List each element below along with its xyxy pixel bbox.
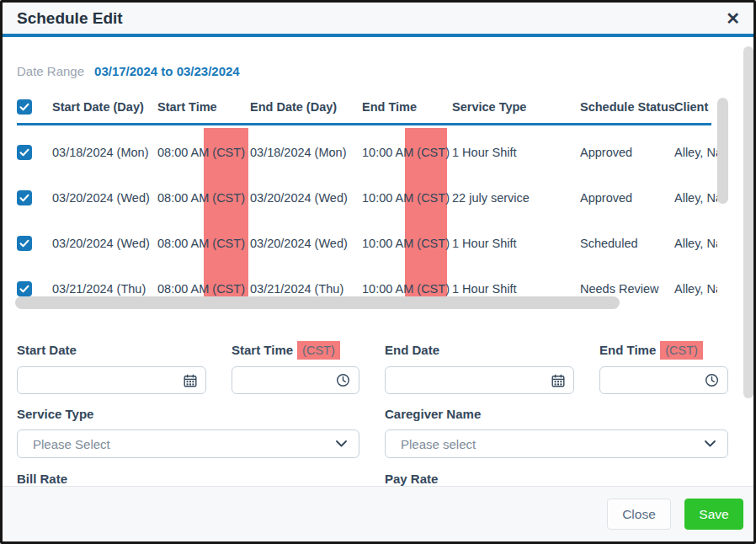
chevron-down-icon — [336, 440, 347, 447]
cell-start-time: 08:00 AM (CST) — [157, 191, 250, 205]
cell-client: Alley, Nat — [674, 282, 717, 296]
row-checkbox[interactable] — [17, 145, 32, 160]
cell-client: Alley, Nat — [674, 146, 717, 159]
header-accent-line — [3, 34, 753, 37]
col-header-client: Client — [674, 100, 717, 114]
cst-tag: (CST) — [212, 191, 245, 205]
schedule-edit-modal: Schedule Edit ✕ Date Range03/17/2024 to … — [0, 0, 756, 544]
cell-client: Alley, Nat — [674, 191, 717, 205]
cell-start-date: 03/20/2024 (Wed) — [52, 237, 157, 250]
row-checkbox[interactable] — [17, 281, 32, 296]
col-header-start-date: Start Date (Day) — [52, 100, 157, 114]
service-type-selected-value: Please Select — [33, 437, 110, 451]
cell-start-time: 08:00 AM (CST) — [157, 282, 250, 296]
start-time-cst-highlight: (CST) — [297, 341, 340, 360]
col-header-service-type: Service Type — [452, 100, 580, 114]
cell-end-date: 03/20/2024 (Wed) — [250, 191, 362, 205]
caregiver-name-select[interactable]: Please select — [385, 429, 728, 458]
cst-tag: (CST) — [417, 191, 450, 205]
cst-tag: (CST) — [212, 282, 245, 296]
start-date-label: Start Date — [17, 343, 77, 357]
table-header-row: Start Date (Day) Start Time End Date (Da… — [17, 93, 717, 120]
checkmark-icon — [19, 194, 29, 202]
cell-start-time: 08:00 AM (CST) — [157, 146, 250, 159]
cst-tag: (CST) — [212, 237, 245, 250]
checkmark-icon — [19, 103, 29, 111]
cell-service-type: 22 july service — [452, 191, 580, 205]
col-header-end-time: End Time — [362, 100, 452, 114]
calendar-icon[interactable] — [184, 374, 197, 387]
cell-end-time: 10:00 AM (CST) — [362, 237, 452, 250]
row-checkbox[interactable] — [17, 190, 32, 205]
cell-client: Alley, Nat — [674, 237, 717, 250]
checkmark-icon — [19, 285, 29, 293]
cell-end-time: 10:00 AM (CST) — [362, 146, 452, 159]
chevron-down-icon — [705, 440, 716, 447]
table-row: 03/18/2024 (Mon) 08:00 AM (CST) 03/18/20… — [17, 135, 717, 170]
cell-end-time: 10:00 AM (CST) — [362, 191, 452, 205]
end-time-input[interactable] — [599, 366, 728, 394]
clock-icon[interactable] — [336, 373, 350, 387]
table-row: 03/20/2024 (Wed) 08:00 AM (CST) 03/20/20… — [17, 226, 717, 261]
cell-service-type: 1 Hour Shift — [452, 237, 580, 250]
caregiver-name-label: Caregiver Name — [385, 407, 481, 421]
cell-service-type: 1 Hour Shift — [452, 282, 580, 296]
cell-start-date: 03/21/2024 (Thu) — [52, 282, 157, 296]
modal-title: Schedule Edit — [17, 9, 123, 28]
service-type-label: Service Type — [17, 407, 93, 421]
end-date-label: End Date — [385, 343, 439, 357]
cell-start-date: 03/20/2024 (Wed) — [52, 191, 157, 205]
start-time-input[interactable] — [232, 366, 359, 394]
table-header-underline — [17, 123, 711, 125]
date-range-value: 03/17/2024 to 03/23/2024 — [94, 64, 240, 78]
date-range: Date Range03/17/2024 to 03/23/2024 — [17, 64, 240, 78]
clock-icon[interactable] — [705, 373, 719, 387]
table-horizontal-scrollbar[interactable] — [15, 296, 620, 309]
checkmark-icon — [19, 148, 29, 157]
caregiver-selected-value: Please select — [401, 437, 476, 451]
table-row: 03/20/2024 (Wed) 08:00 AM (CST) 03/20/20… — [17, 180, 717, 216]
modal-footer: Close Save — [3, 486, 753, 541]
cst-tag: (CST) — [212, 146, 245, 159]
col-header-schedule-status: Schedule Status — [580, 100, 674, 114]
calendar-icon[interactable] — [551, 374, 565, 387]
start-date-input[interactable] — [17, 366, 206, 394]
cell-end-date: 03/18/2024 (Mon) — [250, 146, 362, 159]
cell-schedule-status: Scheduled — [580, 237, 674, 250]
cell-end-date: 03/20/2024 (Wed) — [250, 237, 362, 250]
end-time-cst-highlight: (CST) — [660, 341, 703, 360]
cst-tag: (CST) — [417, 237, 450, 250]
close-button[interactable]: Close — [607, 499, 671, 530]
cell-end-date: 03/21/2024 (Thu) — [250, 282, 362, 296]
start-time-label: Start Time(CST) — [232, 343, 340, 357]
end-time-label: End Time(CST) — [599, 343, 703, 357]
table-vertical-scrollbar[interactable] — [717, 98, 728, 204]
modal-scrollbar[interactable] — [743, 46, 753, 398]
col-header-end-date: End Date (Day) — [250, 100, 362, 114]
cell-service-type: 1 Hour Shift — [452, 146, 580, 159]
row-checkbox[interactable] — [17, 236, 32, 251]
pay-rate-label: Pay Rate — [385, 472, 438, 486]
select-all-checkbox[interactable] — [17, 99, 32, 115]
cell-end-time: 10:00 AM (CST) — [362, 282, 452, 296]
service-type-select[interactable]: Please Select — [17, 429, 359, 458]
end-date-input[interactable] — [385, 366, 574, 394]
close-icon[interactable]: ✕ — [726, 10, 740, 27]
modal-header: Schedule Edit ✕ — [3, 3, 753, 34]
checkmark-icon — [19, 239, 29, 248]
date-range-label: Date Range — [17, 64, 84, 78]
bill-rate-label: Bill Rate — [17, 472, 67, 486]
cell-start-time: 08:00 AM (CST) — [157, 237, 250, 250]
cst-tag: (CST) — [417, 146, 450, 159]
cell-schedule-status: Needs Review — [580, 282, 674, 296]
cell-schedule-status: Approved — [580, 146, 674, 159]
cell-start-date: 03/18/2024 (Mon) — [52, 146, 157, 159]
cst-tag: (CST) — [417, 282, 450, 296]
col-header-start-time: Start Time — [157, 100, 250, 114]
cell-schedule-status: Approved — [580, 191, 674, 205]
save-button[interactable]: Save — [684, 499, 743, 530]
